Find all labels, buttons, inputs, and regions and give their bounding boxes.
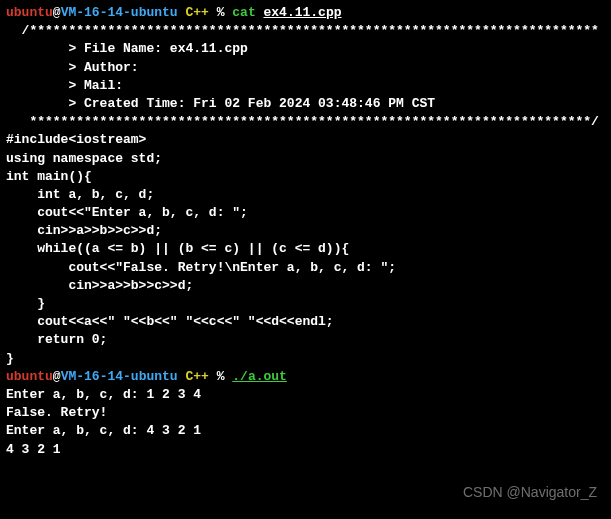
src-decl: int a, b, c, d; (6, 186, 605, 204)
src-topborder: /***************************************… (6, 22, 605, 40)
src-filename: > File Name: ex4.11.cpp (6, 40, 605, 58)
prompt-line-1[interactable]: ubuntu@VM-16-14-ubuntu C++ % cat ex4.11.… (6, 4, 605, 22)
prompt-at: @ (53, 5, 61, 20)
run-line-1: Enter a, b, c, d: 1 2 3 4 (6, 386, 605, 404)
src-created: > Created Time: Fri 02 Feb 2024 03:48:46… (6, 95, 605, 113)
src-cout2: cout<<"False. Retry!\nEnter a, b, c, d: … (6, 259, 605, 277)
src-author: > Author: (6, 59, 605, 77)
prompt-path: C++ (178, 369, 209, 384)
cmd-run: ./a.out (232, 369, 287, 384)
prompt-user: ubuntu (6, 5, 53, 20)
src-while: while((a <= b) || (b <= c) || (c <= d)){ (6, 240, 605, 258)
src-closemain: } (6, 350, 605, 368)
prompt-pct: % (209, 369, 232, 384)
prompt-host: VM-16-14-ubuntu (61, 369, 178, 384)
src-return: return 0; (6, 331, 605, 349)
run-line-3: Enter a, b, c, d: 4 3 2 1 (6, 422, 605, 440)
src-cin2: cin>>a>>b>>c>>d; (6, 277, 605, 295)
cmd-cat: cat (232, 5, 255, 20)
prompt-line-2[interactable]: ubuntu@VM-16-14-ubuntu C++ % ./a.out (6, 368, 605, 386)
src-cout1: cout<<"Enter a, b, c, d: "; (6, 204, 605, 222)
src-botborder: ****************************************… (6, 113, 605, 131)
src-cout3: cout<<a<<" "<<b<<" "<<c<<" "<<d<<endl; (6, 313, 605, 331)
prompt-at: @ (53, 369, 61, 384)
cmd-arg: ex4.11.cpp (264, 5, 342, 20)
src-include: #include<iostream> (6, 131, 605, 149)
prompt-user: ubuntu (6, 369, 53, 384)
prompt-host: VM-16-14-ubuntu (61, 5, 178, 20)
src-namespace: using namespace std; (6, 150, 605, 168)
run-line-2: False. Retry! (6, 404, 605, 422)
src-cin1: cin>>a>>b>>c>>d; (6, 222, 605, 240)
run-line-4: 4 3 2 1 (6, 441, 605, 459)
prompt-pct: % (209, 5, 232, 20)
watermark: CSDN @Navigator_Z (463, 483, 597, 503)
src-main: int main(){ (6, 168, 605, 186)
src-closewhile: } (6, 295, 605, 313)
src-mail: > Mail: (6, 77, 605, 95)
prompt-path: C++ (178, 5, 209, 20)
